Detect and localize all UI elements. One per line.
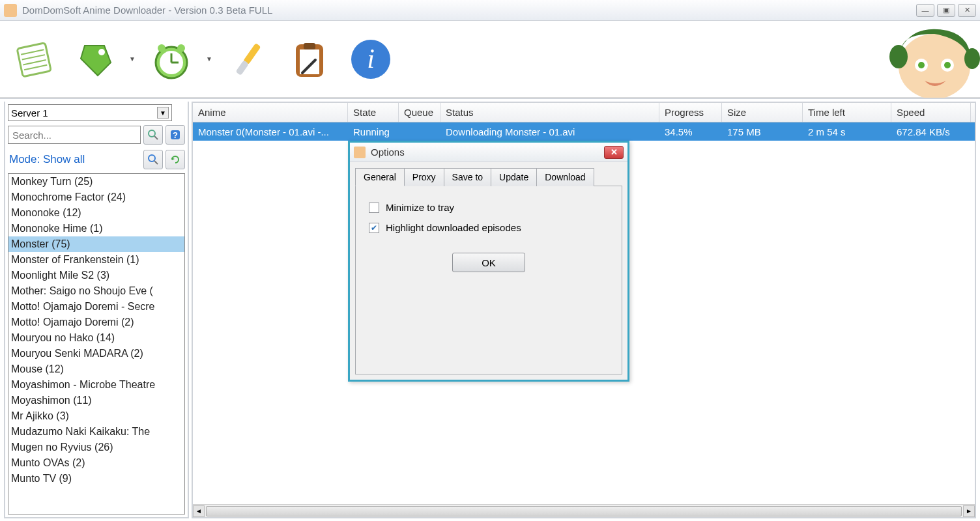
tag-tool-icon[interactable] [68, 33, 121, 86]
scheduler-tool-icon[interactable] [145, 33, 198, 86]
sidebar: Server 1 ▼ ? Mode: Show all [4, 102, 189, 518]
list-item[interactable]: Monochrome Factor (24) [8, 190, 184, 205]
list-item[interactable]: Monster of Frankenstein (1) [8, 252, 184, 268]
list-item[interactable]: Mononoke (12) [8, 205, 184, 221]
dialog-panel: Minimize to tray ✔ Highlight downloaded … [355, 186, 622, 374]
tab-save-to[interactable]: Save to [444, 168, 491, 186]
list-item[interactable]: Motto! Ojamajo Doremi - Secre [8, 299, 184, 315]
list-item[interactable]: Moyashimon - Microbe Theatre [8, 377, 184, 393]
app-icon [4, 4, 17, 17]
mascot-image [856, 21, 980, 98]
refresh-button[interactable] [166, 150, 185, 169]
scroll-left-icon[interactable]: ◄ [193, 505, 205, 517]
list-item[interactable]: Mononoke Hime (1) [8, 221, 184, 236]
list-item[interactable]: Monkey Turn (25) [8, 174, 184, 190]
maximize-button[interactable]: ▣ [937, 4, 955, 17]
dialog-title: Options [371, 147, 604, 158]
svg-rect-13 [235, 60, 249, 76]
svg-rect-15 [300, 49, 319, 74]
titlebar: DomDomSoft Anime Downloader - Version 0.… [0, 0, 980, 21]
cell-status: Downloading Monster - 01.avi [440, 126, 659, 137]
list-item[interactable]: Mudazumo Naki Kaikaku: The [8, 424, 184, 440]
list-item[interactable]: Monster (75) [8, 236, 184, 252]
chevron-down-icon: ▼ [157, 107, 169, 119]
svg-point-26 [149, 130, 155, 137]
svg-point-25 [964, 48, 980, 69]
dialog-titlebar: Options ✕ [350, 143, 627, 162]
server-select[interactable]: Server 1 ▼ [8, 104, 172, 121]
options-dialog: Options ✕ GeneralProxySave toUpdateDownl… [348, 141, 629, 382]
tab-download[interactable]: Download [536, 168, 594, 186]
list-item[interactable]: Mouryou Senki MADARA (2) [8, 346, 184, 361]
cell-anime: Monster 0(Monster - 01.avi -... [193, 126, 348, 137]
cell-state: Running [348, 126, 399, 137]
search-button[interactable] [143, 125, 163, 145]
list-tool-icon[interactable] [7, 33, 60, 86]
tab-proxy[interactable]: Proxy [404, 168, 444, 186]
settings-tool-icon[interactable] [222, 33, 275, 86]
col-timeleft[interactable]: Time left [803, 103, 891, 122]
mode-search-button[interactable] [143, 150, 163, 169]
download-row[interactable]: Monster 0(Monster - 01.avi -... Running … [193, 122, 975, 141]
tag-dropdown-icon[interactable]: ▼ [129, 55, 137, 63]
toolbar: ▼ ▼ i [0, 21, 980, 98]
dialog-tabs: GeneralProxySave toUpdateDownload [350, 162, 627, 186]
dialog-close-button[interactable]: ✕ [604, 146, 624, 159]
close-button[interactable]: ✕ [958, 4, 976, 17]
col-speed[interactable]: Speed [891, 103, 971, 122]
tab-update[interactable]: Update [491, 168, 537, 186]
svg-line-27 [154, 136, 158, 139]
svg-text:?: ? [173, 130, 178, 140]
horizontal-scrollbar[interactable]: ◄ ► [193, 504, 975, 517]
col-progress[interactable]: Progress [659, 103, 722, 122]
list-item[interactable]: Mr Ajikko (3) [8, 408, 184, 424]
list-item[interactable]: Mugen no Ryvius (26) [8, 440, 184, 455]
tab-general[interactable]: General [355, 168, 405, 186]
svg-rect-16 [304, 43, 315, 49]
dialog-icon [354, 147, 366, 158]
svg-point-23 [944, 62, 951, 68]
svg-point-24 [889, 45, 908, 68]
info-tool-icon[interactable]: i [344, 33, 397, 86]
server-select-value: Server 1 [11, 107, 48, 119]
list-item[interactable]: Motto! Ojamajo Doremi (2) [8, 315, 184, 330]
col-anime[interactable]: Anime [193, 103, 348, 122]
search-input[interactable] [8, 126, 141, 144]
cell-size: 175 MB [722, 126, 803, 137]
highlight-checkbox[interactable]: ✔ [369, 223, 379, 233]
svg-point-21 [918, 62, 925, 68]
cell-progress: 34.5% [659, 126, 722, 137]
minimize-button[interactable]: — [916, 4, 934, 17]
search-help-button[interactable]: ? [166, 125, 185, 145]
minimize-label: Minimize to tray [386, 202, 454, 213]
anime-list[interactable]: Monkey Turn (25)Monochrome Factor (24)Mo… [8, 173, 185, 514]
scheduler-dropdown-icon[interactable]: ▼ [206, 55, 214, 63]
clipboard-tool-icon[interactable] [283, 33, 336, 86]
list-item[interactable]: Munto OVAs (2) [8, 455, 184, 471]
list-item[interactable]: Munto TV (9) [8, 471, 184, 486]
svg-line-31 [154, 161, 158, 164]
list-item[interactable]: Mother: Saigo no Shoujo Eve ( [8, 283, 184, 299]
col-state[interactable]: State [348, 103, 399, 122]
list-item[interactable]: Mouse (12) [8, 361, 184, 377]
highlight-label: Highlight downloaded episodes [386, 222, 521, 233]
list-item[interactable]: Moyashimon (11) [8, 393, 184, 408]
ok-button[interactable]: OK [452, 253, 525, 272]
cell-speed: 672.84 KB/s [891, 126, 971, 137]
mode-link[interactable]: Mode: Show all [8, 153, 141, 166]
minimize-checkbox[interactable] [369, 203, 379, 213]
cell-timeleft: 2 m 54 s [803, 126, 891, 137]
svg-point-11 [177, 44, 185, 52]
svg-text:i: i [367, 44, 375, 74]
downloads-header: Anime State Queue Status Progress Size T… [193, 103, 975, 122]
list-item[interactable]: Moonlight Mile S2 (3) [8, 268, 184, 283]
svg-point-10 [158, 44, 166, 52]
window-title: DomDomSoft Anime Downloader - Version 0.… [22, 5, 916, 16]
col-queue[interactable]: Queue [399, 103, 440, 122]
svg-point-30 [149, 155, 155, 162]
svg-point-5 [98, 49, 105, 55]
col-size[interactable]: Size [722, 103, 803, 122]
list-item[interactable]: Mouryou no Hako (14) [8, 330, 184, 346]
col-status[interactable]: Status [440, 103, 659, 122]
scroll-right-icon[interactable]: ► [963, 505, 975, 517]
